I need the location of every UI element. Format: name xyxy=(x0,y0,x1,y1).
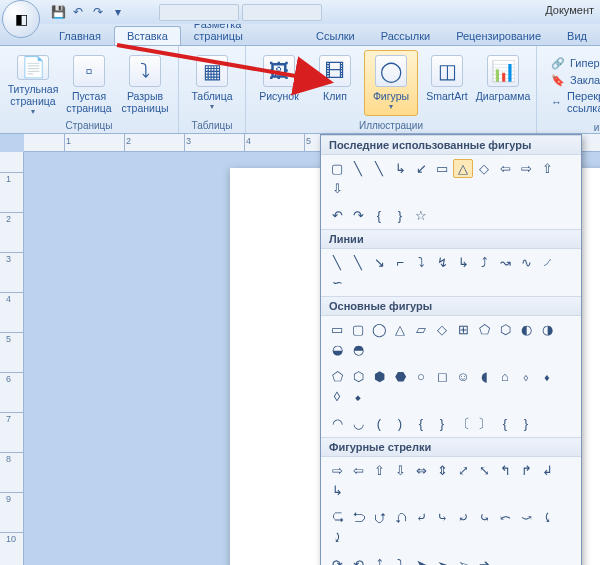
shape-item[interactable]: ⬥ xyxy=(348,387,368,406)
shape-item[interactable]: ◊ xyxy=(327,387,347,406)
shape-item[interactable]: △ xyxy=(453,159,473,178)
shape-item[interactable]: ⮍ xyxy=(369,508,389,527)
shape-item[interactable]: ○ xyxy=(411,367,431,386)
shape-item[interactable]: ⟳ xyxy=(327,555,347,565)
shapes-gallery[interactable]: Последние использованные фигуры▢╲╲↳↙▭△◇⇦… xyxy=(320,134,582,565)
shape-item[interactable]: ↶ xyxy=(327,206,347,225)
office-button[interactable]: ◧ xyxy=(2,0,40,38)
vertical-ruler[interactable]: 12345678910 xyxy=(0,152,24,565)
shape-item[interactable]: { xyxy=(411,414,431,433)
shape-item[interactable]: ▭ xyxy=(432,159,452,178)
shape-item[interactable]: ⇔ xyxy=(411,461,431,480)
shape-item[interactable]: ↷ xyxy=(348,206,368,225)
shape-item[interactable]: ⮌ xyxy=(348,508,368,527)
shape-item[interactable]: ◖ xyxy=(474,367,494,386)
picture-button[interactable]: 🖼Рисунок xyxy=(252,50,306,116)
shape-item[interactable]: ⤶ xyxy=(411,508,431,527)
shape-item[interactable]: ⇩ xyxy=(327,179,347,198)
bookmark-button[interactable]: 🔖Закладка xyxy=(551,73,600,87)
shape-item[interactable]: ╲ xyxy=(369,159,389,178)
shape-item[interactable]: ⟲ xyxy=(348,555,368,565)
shape-item[interactable]: ↱ xyxy=(516,461,536,480)
ribbon-tab-1[interactable]: Вставка xyxy=(114,26,181,45)
shape-item[interactable]: ↯ xyxy=(432,253,452,272)
shape-item[interactable]: ⊞ xyxy=(453,320,473,339)
shape-item[interactable]: ➢ xyxy=(453,555,473,565)
shape-item[interactable]: ⇨ xyxy=(516,159,536,178)
shape-item[interactable]: ⌂ xyxy=(495,367,515,386)
shape-item[interactable]: ◐ xyxy=(516,320,536,339)
shape-item[interactable]: ↰ xyxy=(495,461,515,480)
shape-item[interactable]: ↲ xyxy=(537,461,557,480)
ribbon-tab-5[interactable]: Рецензирование xyxy=(443,26,554,45)
smartart-button[interactable]: ◫SmartArt xyxy=(420,50,474,116)
shape-item[interactable]: ⤾ xyxy=(453,508,473,527)
shape-item[interactable]: ▭ xyxy=(327,320,347,339)
shape-item[interactable]: ◯ xyxy=(369,320,389,339)
shape-item[interactable]: ◑ xyxy=(537,320,557,339)
shape-item[interactable]: ◒ xyxy=(327,340,347,359)
undo-icon[interactable]: ↶ xyxy=(70,4,86,20)
shape-item[interactable]: ↳ xyxy=(453,253,473,272)
shape-item[interactable]: ➤ xyxy=(411,555,431,565)
shape-item[interactable]: ↙ xyxy=(411,159,431,178)
shape-item[interactable]: ☆ xyxy=(411,206,431,225)
shape-item[interactable]: ⇕ xyxy=(432,461,452,480)
shape-item[interactable]: } xyxy=(516,414,536,433)
shape-item[interactable]: ( xyxy=(369,414,389,433)
shape-item[interactable]: ⌐ xyxy=(390,253,410,272)
shape-item[interactable]: ▢ xyxy=(327,159,347,178)
shape-item[interactable]: ◓ xyxy=(348,340,368,359)
shape-item[interactable]: ⤡ xyxy=(474,461,494,480)
shape-item[interactable]: ↳ xyxy=(327,481,347,500)
shape-item[interactable]: ⬠ xyxy=(327,367,347,386)
shape-item[interactable]: ⬧ xyxy=(537,367,557,386)
shape-item[interactable]: ↝ xyxy=(495,253,515,272)
shape-item[interactable]: ◻ xyxy=(432,367,452,386)
shape-item[interactable]: { xyxy=(369,206,389,225)
shape-item[interactable]: ⤷ xyxy=(432,508,452,527)
shape-item[interactable]: ⬡ xyxy=(495,320,515,339)
ribbon-tab-0[interactable]: Главная xyxy=(46,26,114,45)
shape-item[interactable]: ◡ xyxy=(348,414,368,433)
shape-item[interactable]: ⤵ xyxy=(390,555,410,565)
shape-item[interactable]: ⬢ xyxy=(369,367,389,386)
shape-item[interactable]: ⬣ xyxy=(390,367,410,386)
shape-item[interactable]: ⮏ xyxy=(390,508,410,527)
chart-button[interactable]: 📊Диаграмма xyxy=(476,50,530,116)
cover-page-button[interactable]: 📄Титульная страница xyxy=(6,50,60,116)
shape-item[interactable]: ➣ xyxy=(432,555,452,565)
shape-item[interactable]: ⮎ xyxy=(327,508,347,527)
shape-item[interactable]: ⤵ xyxy=(411,253,431,272)
shape-item[interactable]: ◇ xyxy=(474,159,494,178)
shape-item[interactable]: ⤸ xyxy=(327,528,347,547)
ribbon-tab-3[interactable]: Ссылки xyxy=(303,26,368,45)
shape-item[interactable]: ⇨ xyxy=(327,461,347,480)
shape-item[interactable]: ⤴ xyxy=(369,555,389,565)
shape-item[interactable]: 〕 xyxy=(474,414,494,433)
shape-item[interactable]: ⤢ xyxy=(453,461,473,480)
shape-item[interactable]: ↳ xyxy=(390,159,410,178)
ribbon-tab-6[interactable]: Вид xyxy=(554,26,600,45)
shape-item[interactable]: ⤿ xyxy=(474,508,494,527)
shape-item[interactable]: ▱ xyxy=(411,320,431,339)
table-button[interactable]: ▦Таблица xyxy=(185,50,239,116)
shapes-button[interactable]: ◯Фигуры xyxy=(364,50,418,116)
shape-item[interactable]: ⇧ xyxy=(369,461,389,480)
shape-item[interactable]: { xyxy=(495,414,515,433)
shape-item[interactable]: ⬡ xyxy=(348,367,368,386)
shape-item[interactable]: ▢ xyxy=(348,320,368,339)
qat-more-icon[interactable]: ▾ xyxy=(110,4,126,20)
shape-item[interactable]: ⤴ xyxy=(474,253,494,272)
shape-item[interactable]: ⇦ xyxy=(495,159,515,178)
hyperlink-button[interactable]: 🔗Гиперссылка xyxy=(551,56,600,70)
shape-item[interactable]: ) xyxy=(390,414,410,433)
shape-item[interactable]: 〔 xyxy=(453,414,473,433)
shape-item[interactable]: ⟋ xyxy=(537,253,557,272)
ribbon-tab-4[interactable]: Рассылки xyxy=(368,26,443,45)
shape-item[interactable]: ➔ xyxy=(474,555,494,565)
shape-item[interactable]: ⤻ xyxy=(516,508,536,527)
shape-item[interactable]: ⤹ xyxy=(537,508,557,527)
shape-item[interactable]: ∿ xyxy=(516,253,536,272)
shape-item[interactable]: ◠ xyxy=(327,414,347,433)
